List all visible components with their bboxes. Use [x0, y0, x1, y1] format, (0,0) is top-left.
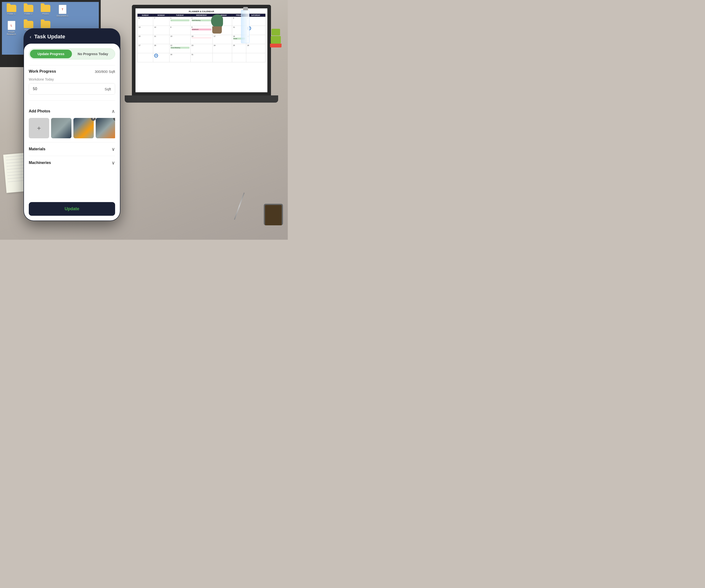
- photo-thumb-2: ✕: [74, 118, 94, 138]
- machineries-chevron-icon: ∨: [111, 160, 115, 166]
- materials-label: Materials: [29, 147, 45, 151]
- add-photo-button[interactable]: +: [29, 118, 49, 138]
- photo-image-2: [74, 118, 94, 138]
- add-photos-label: Add Photos: [29, 109, 50, 113]
- robot-base: [270, 44, 282, 47]
- work-progress-row: Work Progress 300/800 Sqft: [29, 69, 115, 74]
- desktop-icon-doc2: L People Research: [5, 21, 18, 36]
- machineries-section: Machineries ∨: [29, 156, 115, 169]
- folder-icon: [41, 21, 50, 28]
- folder-icon: [24, 5, 33, 12]
- cal-day-sun: SUNDAY: [138, 14, 153, 17]
- cal-cell: 17: [213, 35, 232, 44]
- divider-2: [29, 100, 115, 101]
- phone-content: Update Progress No Progress Today Work P…: [24, 44, 120, 198]
- laptop-base: [125, 95, 278, 103]
- workdone-label: Workdone Today: [29, 78, 115, 81]
- desktop-icon-photos: Photos: [39, 5, 52, 17]
- folder-icon: [24, 21, 33, 28]
- photo-thumb-1: [51, 118, 72, 138]
- cal-circled-date-29: 29: [154, 54, 158, 57]
- cal-cell: 23: [190, 44, 213, 53]
- folder-label: Folder 1: [7, 13, 15, 15]
- photo-thumb-3: ✕: [96, 118, 115, 138]
- desktop-icon-folder2: Folder 2: [22, 5, 35, 17]
- robot-body: [271, 36, 281, 44]
- cal-cell: 25: [232, 44, 246, 53]
- back-button[interactable]: ‹: [30, 34, 32, 40]
- page-title: Task Update: [34, 34, 65, 40]
- laptop: PLANNER & CALENDAR SUNDAY MONDAY TUESDAY…: [120, 5, 288, 125]
- doc-icon: L: [8, 21, 15, 30]
- plant-leaves: [211, 14, 223, 28]
- cal-cell: 13: [138, 26, 153, 35]
- cal-cell: 22Annul Meeting: [169, 44, 190, 53]
- workdone-input[interactable]: [29, 84, 101, 94]
- cal-cell: 1...: [169, 17, 190, 26]
- progress-toggle: Update Progress No Progress Today: [29, 48, 115, 59]
- folder-icon: [7, 5, 16, 12]
- folder-label: Photos: [42, 13, 49, 15]
- cal-cell: 14: [153, 26, 169, 35]
- coffee-mug: [264, 204, 283, 225]
- photos-row: + ✕ ✕: [29, 118, 115, 142]
- machineries-label: Machineries: [29, 161, 51, 165]
- phone-container: ‹ Task Update Update Progress No Progres…: [24, 29, 120, 220]
- update-button[interactable]: Update: [29, 202, 115, 216]
- workdone-input-row: Sqft: [29, 83, 115, 95]
- laptop-body: PLANNER & CALENDAR SUNDAY MONDAY TUESDAY…: [132, 5, 271, 96]
- cal-day-tue: TUESDAY: [169, 14, 190, 17]
- cal-cell: 31: [190, 53, 213, 62]
- machineries-section-header[interactable]: Machineries ∨: [29, 156, 115, 169]
- cal-cell: 24: [213, 44, 232, 53]
- materials-section-header[interactable]: Materials ∨: [29, 142, 115, 156]
- add-photos-chevron-icon: ∧: [111, 108, 115, 114]
- cal-event: ...: [171, 19, 189, 21]
- plant-pot: [212, 27, 222, 34]
- phone-header: ‹ Task Update: [24, 29, 120, 44]
- cal-cell: 26: [246, 44, 265, 53]
- cal-cell: 27: [138, 44, 153, 53]
- folder-label: Folder 2: [25, 13, 32, 15]
- work-progress-value: 300/800 Sqft: [95, 69, 115, 74]
- photo-image-1: [51, 118, 72, 138]
- materials-section: Materials ∨: [29, 142, 115, 156]
- folder-icon: [41, 5, 50, 12]
- cal-cell: 7: [153, 17, 169, 26]
- cal-day-mon: MONDAY: [153, 14, 169, 17]
- workdone-unit: Sqft: [101, 84, 115, 94]
- update-button-container: Update: [24, 198, 120, 220]
- cal-cell: [213, 53, 232, 62]
- cal-cell: [232, 53, 246, 62]
- doc-label: Document.1: [57, 15, 68, 17]
- cal-event: Annul Meeting: [171, 47, 189, 49]
- cal-cell: [246, 53, 265, 62]
- water-bottle: [241, 10, 249, 43]
- divider: [29, 65, 115, 65]
- robot-toy: [269, 29, 283, 48]
- photo-image-3: [96, 118, 115, 138]
- materials-chevron-icon: ∨: [111, 146, 115, 152]
- doc-icon: T: [59, 5, 66, 14]
- cal-event: [192, 38, 211, 38]
- no-progress-button[interactable]: No Progress Today: [72, 50, 114, 58]
- add-photos-section-header[interactable]: Add Photos ∧: [29, 104, 115, 118]
- cal-cell: 6: [138, 17, 153, 26]
- cal-cell: 29: [153, 53, 169, 62]
- plus-icon: +: [37, 125, 41, 132]
- cal-row-4: 27 28 22Annul Meeting 23 24 25 26: [138, 44, 266, 53]
- mug-inner: [265, 205, 282, 225]
- desktop-icon-doc1: T Document.1: [56, 5, 69, 17]
- cal-cell: 15: [169, 35, 190, 44]
- work-progress-label: Work Progress: [29, 69, 56, 74]
- cal-row-5: 29 30 31: [138, 53, 266, 62]
- plant: [208, 14, 225, 34]
- update-progress-button[interactable]: Update Progress: [30, 50, 72, 58]
- cal-cell: 20: [138, 35, 153, 44]
- cal-cell: 28: [153, 44, 169, 53]
- phone-frame: ‹ Task Update Update Progress No Progres…: [24, 29, 120, 220]
- cal-cell: 21: [153, 35, 169, 44]
- cal-cell: 16: [190, 35, 213, 44]
- cal-cell: 30: [169, 53, 190, 62]
- cal-cell: 8: [169, 26, 190, 35]
